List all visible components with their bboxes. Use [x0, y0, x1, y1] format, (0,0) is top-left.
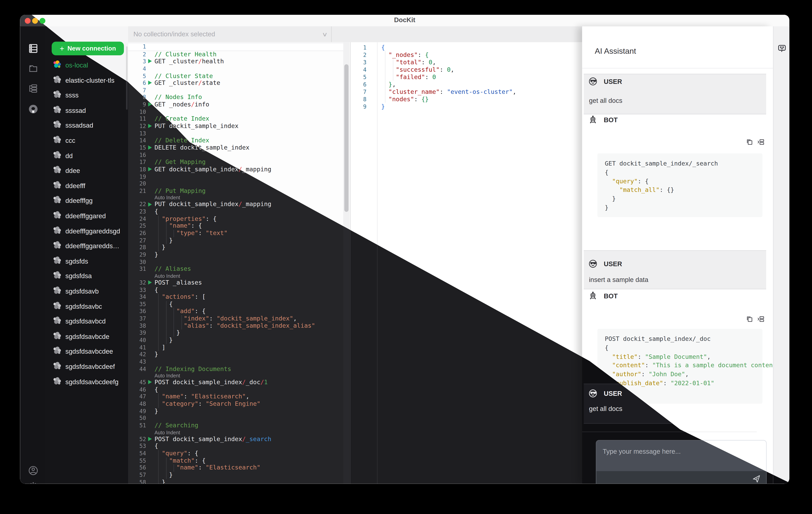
editor-row: 27 }	[128, 237, 343, 244]
user-role-label: USER	[604, 261, 622, 268]
editor-scrollbar-thumb[interactable]	[344, 64, 348, 212]
chat-bubble-smiley-icon[interactable]	[777, 44, 786, 55]
indent-guide	[158, 237, 159, 244]
insert-to-editor-icon[interactable]	[757, 315, 765, 325]
code-line: POST dockit_sample_index/_search	[154, 436, 271, 443]
connection-name: os-local	[65, 62, 88, 69]
editor-row: 5// Cluster State	[128, 72, 343, 80]
line-number: 44	[128, 365, 146, 373]
indent-guide	[158, 472, 159, 479]
elasticsearch-cluster-color-icon	[46, 60, 61, 71]
indent-guide	[158, 457, 159, 464]
run-query-arrow-icon[interactable]	[148, 81, 152, 85]
indent-guide	[174, 230, 174, 237]
results-row: 8 "nodes": {}	[351, 95, 583, 103]
line-number: 56	[128, 464, 146, 472]
editor-row: 30	[128, 259, 343, 266]
connection-item: ccc	[46, 133, 128, 148]
run-query-arrow-icon	[148, 124, 152, 128]
indent-guide	[158, 230, 159, 237]
line-number: 41	[128, 344, 146, 351]
collection-dropdown-value: No collection/index selected	[134, 31, 215, 38]
editor-widget-row: Auto Indent	[128, 429, 343, 436]
indent-guide	[385, 51, 386, 59]
copy-icon[interactable]	[746, 138, 753, 148]
indent-guide	[158, 215, 159, 223]
line-number: 39	[128, 330, 146, 337]
connection-name: ddeefff	[65, 182, 85, 190]
elasticsearch-cluster-gray-icon	[46, 75, 61, 86]
bot-code-line: GET dockit_sample_index/_search	[605, 159, 762, 168]
indent-guide	[174, 464, 174, 472]
connection-name: sgdsfdsavb	[65, 288, 99, 295]
code-line: PUT dockit_sample_index/_mapping	[154, 201, 271, 208]
code-line: {	[381, 44, 385, 51]
line-number: 28	[128, 244, 146, 251]
copy-icon[interactable]	[746, 315, 753, 325]
editor-widget-row: Auto Indent	[128, 373, 343, 379]
line-number: 5	[128, 72, 146, 80]
editor-row: 28 }	[128, 244, 343, 251]
connection-name: ccc	[65, 137, 75, 144]
editor-row: 6GET _cluster/state	[128, 80, 343, 87]
editor-row: 36 "add": {	[128, 308, 343, 315]
editor-row: 58 }	[128, 479, 343, 484]
line-number: 17	[128, 159, 146, 166]
bot-avatar-robot-icon	[588, 291, 598, 302]
line-number: 52	[128, 436, 146, 443]
code-line: GET _cluster/health	[154, 58, 224, 65]
code-line: "properties": {	[154, 215, 216, 223]
indent-guide	[166, 237, 167, 244]
elasticsearch-cluster-gray-icon	[46, 286, 61, 297]
line-number: 20	[128, 180, 146, 187]
editor-row: 46{	[128, 386, 343, 393]
user-avatar-sunglasses-icon	[588, 389, 598, 400]
indent-guide	[158, 315, 159, 322]
collection-index-dropdown[interactable]: No collection/index selected ∨	[134, 26, 332, 42]
editor-row: 29}	[128, 251, 343, 259]
ai-header-divider	[582, 68, 773, 68]
line-number: 27	[128, 237, 146, 244]
code-line: "name": {	[154, 223, 202, 230]
run-query-arrow-icon[interactable]	[148, 59, 152, 63]
results-row: 9}	[351, 103, 583, 110]
user-role-label: USER	[604, 390, 622, 397]
code-line: // Aliases	[154, 266, 191, 273]
chevron-down-icon: ∨	[322, 31, 328, 37]
results-row: 4 "successful": 0,	[351, 66, 583, 73]
insert-to-editor-icon[interactable]	[757, 138, 765, 148]
bot-role-label: BOT	[604, 116, 618, 124]
elasticsearch-cluster-gray-icon	[46, 120, 61, 131]
indent-guide	[393, 59, 394, 66]
line-number: 38	[128, 322, 146, 330]
editor-row: 25 "name": {	[128, 223, 343, 230]
elasticsearch-cluster-gray-icon	[46, 135, 61, 146]
user-role-label: USER	[604, 78, 622, 86]
code-line: },	[381, 81, 396, 88]
editor-row: 51// Searching	[128, 422, 343, 429]
elasticsearch-cluster-gray-icon	[46, 376, 61, 387]
user-message-text: get all docs	[589, 97, 622, 104]
user-avatar-sunglasses-icon	[588, 77, 598, 88]
indent-guide	[166, 322, 167, 330]
editor-row: 39 }	[128, 330, 343, 337]
connection-item: sgdsfdsavbcdeefg	[46, 374, 128, 389]
code-line: "alias": "dockit_sample_index_alias"	[154, 322, 315, 330]
connection-item: ddeefffggareddsgd	[46, 224, 128, 239]
editor-row: 52POST dockit_sample_index/_search	[128, 436, 343, 443]
elasticsearch-cluster-gray-icon	[46, 211, 61, 221]
code-line: GET _cluster/state	[154, 80, 220, 87]
line-number: 13	[128, 130, 146, 137]
line-number: 36	[128, 308, 146, 315]
indent-guide	[158, 464, 159, 472]
bot-code-line: {	[605, 343, 762, 352]
user-message-text: get all docs	[589, 405, 622, 413]
line-number: 4	[128, 65, 146, 72]
connection-item: sgdsfdsavb	[46, 284, 128, 299]
code-line: "cluster_name": "event-os-cluster",	[381, 88, 516, 95]
indent-guide	[158, 322, 159, 330]
code-line: "type": "text"	[154, 230, 228, 237]
bot-code-line: "publish_date": "2022-01-01"	[605, 379, 762, 388]
github-icon	[28, 104, 38, 116]
bot-role-label: BOT	[604, 293, 618, 300]
